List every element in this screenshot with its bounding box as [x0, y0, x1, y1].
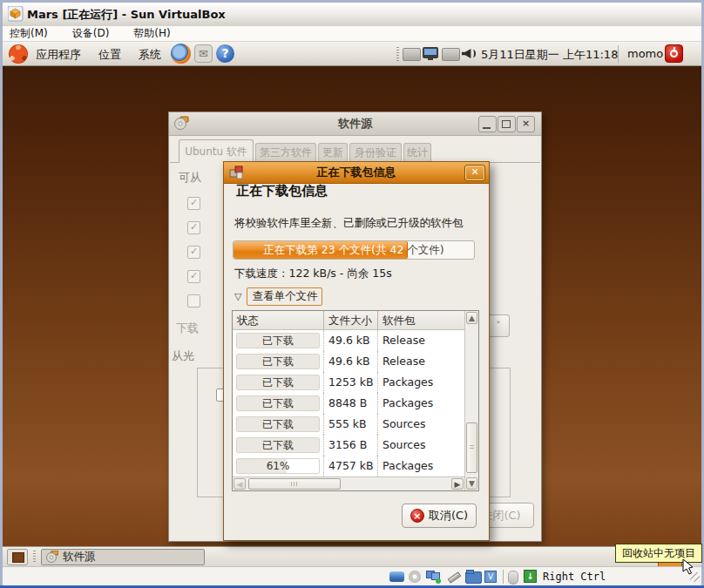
menu-machine[interactable]: 控制(M) [10, 26, 48, 41]
horizontal-scroll-thumb[interactable] [248, 478, 341, 490]
task-label: 软件源 [63, 550, 96, 564]
table-row[interactable]: 已下载 49.6 kB Release [233, 330, 464, 351]
label-downloadable-from: 可从 [179, 170, 201, 186]
vbox-titlebar[interactable]: Mars [正在运行] - Sun VirtualBox × [3, 3, 701, 27]
vbox-menubar: 控制(M) 设备(D) 帮助(H) [3, 26, 701, 42]
vbox-statusbar: V ↓ Right Ctrl [3, 566, 701, 585]
vertical-scroll-thumb[interactable] [466, 422, 477, 473]
menu-help[interactable]: 帮助(H) [133, 26, 170, 41]
clock-applet[interactable]: 5月11日星期一 上午11:18 [481, 47, 618, 63]
menu-system[interactable]: 系统 [139, 47, 161, 63]
help-launcher-icon[interactable]: ? [216, 44, 234, 63]
row-progress-cell: 已下载 [236, 354, 320, 369]
checkbox-universe[interactable] [187, 221, 200, 234]
keyboard-capture-icon[interactable]: ↓ [524, 570, 537, 583]
task-button-software-sources[interactable]: 软件源 [41, 549, 205, 565]
row-progress-cell: 已下载 [236, 375, 320, 390]
tab-updates[interactable]: 更新 [318, 143, 348, 162]
scroll-right-button[interactable]: ▶ [451, 478, 464, 490]
horizontal-scrollbar[interactable]: ◀ ▶ [233, 476, 464, 490]
dialog-title: 正在下载包信息 [224, 165, 489, 180]
row-progress-cell: 61% [236, 458, 320, 474]
header-package[interactable]: 软件包 [377, 311, 464, 329]
table-row[interactable]: 已下载 555 kB Sources [233, 414, 464, 435]
shared-folders-status-icon[interactable] [465, 571, 482, 584]
firefox-launcher-icon[interactable] [171, 44, 191, 64]
tab-ubuntu-software[interactable]: Ubuntu 软件 [179, 139, 254, 163]
sources-maximize-button[interactable] [498, 116, 516, 132]
expander-arrow-icon: ▽ [234, 291, 241, 302]
tab-third-party[interactable]: 第三方软件 [255, 143, 316, 162]
table-row[interactable]: 已下载 8848 B Packages [233, 393, 464, 414]
menu-devices[interactable]: 设备(D) [72, 26, 110, 41]
cancel-button[interactable]: × 取消(C) [402, 504, 477, 528]
checkbox-restricted[interactable] [187, 246, 200, 259]
row-size: 8848 B [323, 393, 377, 414]
show-desktop-button[interactable] [7, 549, 28, 565]
cancel-label: 取消(C) [429, 508, 468, 524]
table-row[interactable]: 61% 4757 kB Packages [233, 456, 464, 476]
checkbox-main[interactable] [187, 197, 200, 210]
power-button-icon[interactable] [665, 44, 683, 63]
printer-applet-icon[interactable] [403, 48, 421, 61]
display-status-icon[interactable]: V [484, 571, 497, 583]
row-size: 49.6 kB [323, 330, 377, 351]
label-download: 下载 [176, 321, 199, 336]
row-package: Packages [377, 456, 464, 476]
menu-places[interactable]: 位置 [98, 47, 121, 63]
printer-queue-icon[interactable] [442, 48, 460, 61]
mail-launcher-icon[interactable]: ✉ [194, 44, 213, 63]
file-table-body: 已下载 49.6 kB Release 已下载 49.6 kB Release … [233, 330, 464, 476]
row-size: 49.6 kB [323, 351, 377, 372]
user-switcher[interactable]: momo [627, 47, 663, 60]
sources-close-button[interactable]: × [517, 116, 535, 132]
label-cdrom: 从光 [172, 348, 194, 364]
tab-authentication[interactable]: 身份验证 [349, 143, 402, 162]
download-server-dropdown[interactable]: ˅ [487, 314, 510, 337]
scroll-left-button[interactable]: ◀ [234, 478, 246, 490]
sources-titlebar[interactable]: 软件源 × [169, 112, 541, 136]
checkbox-multiverse[interactable] [187, 270, 200, 283]
menu-applications[interactable]: 应用程序 [36, 47, 81, 63]
network-status-icon[interactable] [426, 571, 440, 583]
checkbox-source-code[interactable] [187, 294, 200, 308]
mouse-cursor [682, 558, 694, 575]
cd-status-icon[interactable] [409, 571, 421, 583]
gnome-top-panel: 应用程序 位置 系统 ✉ ? 5月11日星期一 上午11:18 momo [3, 42, 701, 66]
scroll-up-button[interactable]: ▲ [466, 312, 477, 324]
row-package: Release [377, 351, 464, 372]
dialog-close-button[interactable]: ✕ [464, 165, 485, 181]
tab-statistics[interactable]: 统计 [403, 143, 431, 162]
task-icon [45, 551, 58, 564]
row-progress-cell: 已下载 [236, 333, 320, 348]
display-applet-icon[interactable] [423, 47, 438, 58]
usb-status-icon[interactable] [446, 571, 460, 583]
panel-handle[interactable] [396, 47, 399, 61]
scroll-down-button[interactable]: ▼ [466, 477, 477, 490]
row-package: Release [377, 330, 464, 351]
show-individual-files-expander[interactable]: ▽ 查看单个文件 [234, 287, 322, 306]
row-progress-cell: 已下载 [236, 416, 320, 432]
ubuntu-logo-icon[interactable] [9, 44, 28, 64]
dialog-titlebar[interactable]: 正在下载包信息 ✕ [224, 162, 489, 184]
header-size[interactable]: 文件大小 [323, 311, 377, 329]
taskbar-handle[interactable] [33, 551, 36, 564]
window-title: Mars [正在运行] - Sun VirtualBox [27, 7, 226, 23]
table-row[interactable]: 已下载 3156 B Sources [233, 435, 464, 456]
row-size: 3156 B [323, 435, 377, 456]
header-status[interactable]: 状态 [233, 311, 323, 329]
cancel-x-icon: × [410, 509, 424, 523]
table-row[interactable]: 已下载 1253 kB Packages [233, 372, 464, 393]
table-row[interactable]: 已下载 49.6 kB Release [233, 351, 464, 372]
sources-minimize-button[interactable] [478, 116, 497, 132]
file-table-header: 状态 文件大小 软件包 [233, 311, 464, 330]
expander-label: 查看单个文件 [247, 287, 322, 306]
hdd-status-icon[interactable] [389, 571, 404, 582]
row-size: 1253 kB [323, 372, 377, 393]
download-progressbar: 正在下载第 23 个文件(共 42 个文件) 正在下载第 23 个文件(共 42… [233, 240, 475, 260]
dialog-heading: 正在下载包信息 [236, 183, 328, 199]
row-package: Packages [377, 393, 464, 414]
volume-applet-icon[interactable] [462, 47, 477, 60]
vertical-scrollbar[interactable]: ▲ ▼ [464, 311, 478, 490]
mouse-capture-icon[interactable] [508, 571, 518, 585]
